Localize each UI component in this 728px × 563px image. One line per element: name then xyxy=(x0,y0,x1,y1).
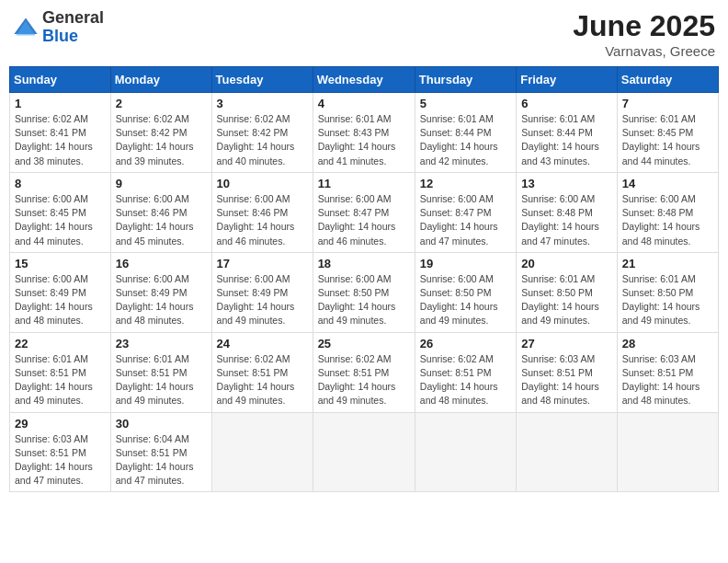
day-info: Sunrise: 6:02 AMSunset: 8:42 PMDaylight:… xyxy=(116,112,207,168)
location: Varnavas, Greece xyxy=(573,43,715,59)
day-number: 13 xyxy=(521,177,612,190)
day-info: Sunrise: 6:01 AMSunset: 8:51 PMDaylight:… xyxy=(116,352,207,408)
day-number: 14 xyxy=(622,177,713,190)
day-number: 27 xyxy=(521,337,612,350)
week-row-5: 29Sunrise: 6:03 AMSunset: 8:51 PMDayligh… xyxy=(10,412,719,492)
day-info: Sunrise: 6:00 AMSunset: 8:50 PMDaylight:… xyxy=(420,272,511,328)
day-number: 29 xyxy=(15,417,106,431)
day-info: Sunrise: 6:00 AMSunset: 8:46 PMDaylight:… xyxy=(116,192,207,248)
day-number: 19 xyxy=(420,257,511,270)
calendar-cell: 26Sunrise: 6:02 AMSunset: 8:51 PMDayligh… xyxy=(415,332,516,412)
calendar-cell xyxy=(617,412,718,492)
calendar-cell: 11Sunrise: 6:00 AMSunset: 8:47 PMDayligh… xyxy=(313,172,415,252)
logo-text: General Blue xyxy=(42,9,104,46)
day-info: Sunrise: 6:02 AMSunset: 8:51 PMDaylight:… xyxy=(217,352,308,408)
day-info: Sunrise: 6:02 AMSunset: 8:41 PMDaylight:… xyxy=(15,112,106,168)
day-info: Sunrise: 6:01 AMSunset: 8:45 PMDaylight:… xyxy=(622,112,713,168)
day-number: 11 xyxy=(318,177,410,190)
calendar-cell: 7Sunrise: 6:01 AMSunset: 8:45 PMDaylight… xyxy=(617,93,718,173)
day-number: 3 xyxy=(217,97,308,110)
day-info: Sunrise: 6:04 AMSunset: 8:51 PMDaylight:… xyxy=(116,432,207,488)
calendar-cell: 12Sunrise: 6:00 AMSunset: 8:47 PMDayligh… xyxy=(415,172,516,252)
day-info: Sunrise: 6:01 AMSunset: 8:44 PMDaylight:… xyxy=(420,112,511,168)
col-header-sunday: Sunday xyxy=(10,67,111,93)
calendar-cell: 16Sunrise: 6:00 AMSunset: 8:49 PMDayligh… xyxy=(110,252,211,332)
calendar-cell: 22Sunrise: 6:01 AMSunset: 8:51 PMDayligh… xyxy=(10,332,111,412)
calendar-cell: 25Sunrise: 6:02 AMSunset: 8:51 PMDayligh… xyxy=(313,332,415,412)
day-number: 21 xyxy=(622,257,713,270)
day-number: 22 xyxy=(15,337,106,350)
day-number: 25 xyxy=(318,337,410,350)
calendar-cell: 23Sunrise: 6:01 AMSunset: 8:51 PMDayligh… xyxy=(110,332,211,412)
col-header-tuesday: Tuesday xyxy=(211,67,313,93)
day-info: Sunrise: 6:03 AMSunset: 8:51 PMDaylight:… xyxy=(15,432,106,488)
calendar-cell: 13Sunrise: 6:00 AMSunset: 8:48 PMDayligh… xyxy=(517,172,618,252)
day-info: Sunrise: 6:00 AMSunset: 8:48 PMDaylight:… xyxy=(521,192,612,248)
day-info: Sunrise: 6:01 AMSunset: 8:50 PMDaylight:… xyxy=(521,272,612,328)
logo: General Blue xyxy=(13,9,104,46)
calendar-cell: 28Sunrise: 6:03 AMSunset: 8:51 PMDayligh… xyxy=(617,332,718,412)
day-info: Sunrise: 6:00 AMSunset: 8:47 PMDaylight:… xyxy=(420,192,511,248)
day-info: Sunrise: 6:00 AMSunset: 8:49 PMDaylight:… xyxy=(217,272,308,328)
day-number: 28 xyxy=(622,337,713,350)
day-info: Sunrise: 6:00 AMSunset: 8:46 PMDaylight:… xyxy=(217,192,308,248)
calendar-cell: 3Sunrise: 6:02 AMSunset: 8:42 PMDaylight… xyxy=(211,93,313,173)
week-row-1: 1Sunrise: 6:02 AMSunset: 8:41 PMDaylight… xyxy=(10,93,719,173)
day-info: Sunrise: 6:01 AMSunset: 8:43 PMDaylight:… xyxy=(318,112,410,168)
week-row-4: 22Sunrise: 6:01 AMSunset: 8:51 PMDayligh… xyxy=(10,332,719,412)
calendar-cell xyxy=(415,412,516,492)
day-number: 6 xyxy=(521,97,612,110)
day-info: Sunrise: 6:00 AMSunset: 8:47 PMDaylight:… xyxy=(318,192,410,248)
day-number: 16 xyxy=(116,257,207,270)
col-header-thursday: Thursday xyxy=(415,67,516,93)
day-number: 12 xyxy=(420,177,511,190)
col-header-wednesday: Wednesday xyxy=(313,67,415,93)
calendar-cell: 5Sunrise: 6:01 AMSunset: 8:44 PMDaylight… xyxy=(415,93,516,173)
col-header-friday: Friday xyxy=(517,67,618,93)
day-info: Sunrise: 6:02 AMSunset: 8:51 PMDaylight:… xyxy=(318,352,410,408)
calendar-cell: 6Sunrise: 6:01 AMSunset: 8:44 PMDaylight… xyxy=(517,93,618,173)
calendar-cell xyxy=(517,412,618,492)
calendar-table: SundayMondayTuesdayWednesdayThursdayFrid… xyxy=(9,66,719,492)
calendar-cell: 15Sunrise: 6:00 AMSunset: 8:49 PMDayligh… xyxy=(10,252,111,332)
day-number: 1 xyxy=(15,97,106,110)
calendar-cell xyxy=(313,412,415,492)
day-info: Sunrise: 6:00 AMSunset: 8:50 PMDaylight:… xyxy=(318,272,410,328)
calendar-header-row: SundayMondayTuesdayWednesdayThursdayFrid… xyxy=(10,67,719,93)
calendar-cell: 20Sunrise: 6:01 AMSunset: 8:50 PMDayligh… xyxy=(517,252,618,332)
day-number: 2 xyxy=(116,97,207,110)
day-number: 18 xyxy=(318,257,410,270)
day-info: Sunrise: 6:03 AMSunset: 8:51 PMDaylight:… xyxy=(521,352,612,408)
calendar-cell: 4Sunrise: 6:01 AMSunset: 8:43 PMDaylight… xyxy=(313,93,415,173)
calendar-cell: 14Sunrise: 6:00 AMSunset: 8:48 PMDayligh… xyxy=(617,172,718,252)
day-number: 5 xyxy=(420,97,511,110)
calendar-cell: 21Sunrise: 6:01 AMSunset: 8:50 PMDayligh… xyxy=(617,252,718,332)
week-row-2: 8Sunrise: 6:00 AMSunset: 8:45 PMDaylight… xyxy=(10,172,719,252)
day-number: 7 xyxy=(622,97,713,110)
day-info: Sunrise: 6:02 AMSunset: 8:51 PMDaylight:… xyxy=(420,352,511,408)
calendar-cell: 1Sunrise: 6:02 AMSunset: 8:41 PMDaylight… xyxy=(10,93,111,173)
calendar-cell: 29Sunrise: 6:03 AMSunset: 8:51 PMDayligh… xyxy=(10,412,111,492)
day-number: 24 xyxy=(217,337,308,350)
logo-icon xyxy=(13,15,39,40)
calendar-cell xyxy=(211,412,313,492)
calendar-cell: 18Sunrise: 6:00 AMSunset: 8:50 PMDayligh… xyxy=(313,252,415,332)
week-row-3: 15Sunrise: 6:00 AMSunset: 8:49 PMDayligh… xyxy=(10,252,719,332)
day-number: 15 xyxy=(15,257,106,270)
month-title: June 2025 xyxy=(573,9,715,43)
calendar-cell: 2Sunrise: 6:02 AMSunset: 8:42 PMDaylight… xyxy=(110,93,211,173)
calendar-cell: 24Sunrise: 6:02 AMSunset: 8:51 PMDayligh… xyxy=(211,332,313,412)
day-number: 10 xyxy=(217,177,308,190)
day-info: Sunrise: 6:01 AMSunset: 8:51 PMDaylight:… xyxy=(15,352,106,408)
calendar-cell: 27Sunrise: 6:03 AMSunset: 8:51 PMDayligh… xyxy=(517,332,618,412)
day-number: 17 xyxy=(217,257,308,270)
day-number: 4 xyxy=(318,97,410,110)
calendar-cell: 17Sunrise: 6:00 AMSunset: 8:49 PMDayligh… xyxy=(211,252,313,332)
day-info: Sunrise: 6:00 AMSunset: 8:49 PMDaylight:… xyxy=(116,272,207,328)
day-number: 20 xyxy=(521,257,612,270)
title-block: June 2025 Varnavas, Greece xyxy=(573,9,715,59)
day-number: 8 xyxy=(15,177,106,190)
page-header: General Blue June 2025 Varnavas, Greece xyxy=(9,9,719,59)
day-info: Sunrise: 6:00 AMSunset: 8:45 PMDaylight:… xyxy=(15,192,106,248)
day-info: Sunrise: 6:01 AMSunset: 8:44 PMDaylight:… xyxy=(521,112,612,168)
